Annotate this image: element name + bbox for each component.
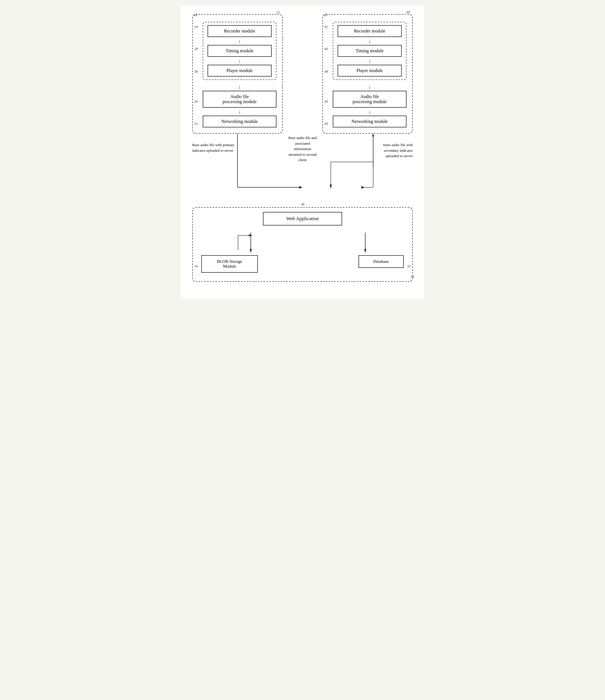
server-dashed-box: Web Application — [192, 207, 413, 282]
arrow-recorder-timing-2: ↓ — [338, 37, 402, 45]
client2-player: Player module — [338, 65, 402, 77]
client1-player: Player module — [208, 65, 272, 77]
arrow-inner-audio-1: ↓ — [203, 83, 276, 91]
ref-49: 49 — [324, 122, 328, 126]
svg-marker-16 — [364, 249, 366, 253]
top-section: 18 22 24 Recorder module ↓ — [192, 14, 413, 134]
client2-recorder-label: Recorder module — [354, 28, 385, 33]
ref-34: 34 — [194, 264, 198, 269]
client1-dashed-box: 24 Recorder module ↓ 28 Timing module ↓ — [192, 14, 283, 134]
arrow-audio-networking-2: ↓ — [333, 108, 407, 116]
ref-38: 38 — [301, 202, 305, 206]
server-bottom-row: 34 BLOB StorageModule 32 Database — [201, 255, 404, 273]
client1-recorder: Recorder module — [208, 25, 272, 37]
svg-marker-14 — [250, 249, 252, 253]
database-wrapper: 32 Database — [359, 255, 404, 273]
ref-46: 46 — [324, 47, 328, 51]
ref-28: 28 — [194, 47, 198, 51]
annotation-right-text: Stem audio file withsecondary indicatoru… — [383, 143, 413, 158]
ref-30: 30 — [194, 69, 198, 74]
client2-block: 20 40 42 Recorder module ↓ 46 — [322, 14, 413, 134]
ref-40: 40 — [406, 10, 410, 15]
ref-26: 26 — [194, 99, 198, 104]
client1-audio-label: Audio fileprocessing module — [222, 94, 257, 104]
ref-31: 31 — [194, 122, 198, 126]
client1-block: 18 22 24 Recorder module ↓ — [192, 14, 283, 134]
client2-audio: Audio fileprocessing module — [333, 91, 407, 108]
client2-networking-wrapper: 49 Networking module — [333, 116, 407, 127]
web-app-label: Web Application — [286, 216, 319, 221]
client2-inner-dashed: 42 Recorder module ↓ 46 Timing module ↓ — [333, 22, 407, 80]
middle-section: Base audio file with primary indicator u… — [192, 134, 413, 207]
arrow-timing-player-2: ↓ — [338, 57, 402, 65]
blob-box: BLOB StorageModule — [201, 255, 258, 273]
svg-marker-11 — [361, 186, 365, 189]
client2-audio-label: Audio fileprocessing module — [353, 94, 386, 104]
ref-44: 44 — [324, 99, 328, 104]
diagram-wrapper: 18 22 24 Recorder module ↓ — [192, 14, 413, 282]
client2-dashed-box: 42 Recorder module ↓ 46 Timing module ↓ — [322, 14, 413, 134]
arrow-inner-audio-2: ↓ — [333, 83, 407, 91]
database-label: Database — [373, 259, 389, 264]
client2-player-label: Player module — [357, 68, 383, 73]
arrow-timing-player-1: ↓ — [208, 57, 272, 65]
client1-inner: 24 Recorder module ↓ 28 Timing module ↓ — [203, 22, 276, 80]
client1-timing: Timing module — [208, 45, 272, 57]
ref-42: 42 — [324, 25, 328, 29]
client2-networking-label: Networking module — [352, 119, 388, 124]
web-app-box: Web Application — [263, 212, 342, 226]
blob-wrapper: 34 BLOB StorageModule — [201, 255, 258, 273]
arrow-recorder-timing-1: ↓ — [208, 37, 272, 45]
annotation-center: Base audio file andassociatedinformation… — [274, 135, 331, 163]
blob-label: BLOB StorageModule — [217, 259, 242, 269]
arrow-audio-networking-1: ↓ — [203, 108, 276, 116]
annotation-right: Stem audio file withsecondary indicatoru… — [363, 142, 413, 159]
client1-audio-wrapper: 26 Audio fileprocessing module — [203, 91, 276, 108]
diagram-container: 18 22 24 Recorder module ↓ — [181, 6, 424, 299]
client1-networking-label: Networking module — [221, 119, 258, 124]
web-app-wrapper: Web Application — [201, 212, 404, 231]
svg-marker-8 — [330, 184, 332, 189]
annotation-left: Base audio file with primary indicator u… — [192, 142, 238, 153]
client1-timing-label: Timing module — [225, 48, 253, 53]
client1-recorder-label: Recorder module — [224, 28, 255, 33]
server-internal-svg — [201, 232, 404, 255]
client2-networking: Networking module — [333, 116, 407, 127]
client2-audio-wrapper: 44 Audio fileprocessing module — [333, 91, 407, 108]
ref-48: 48 — [324, 69, 328, 74]
client1-audio: Audio fileprocessing module — [203, 91, 276, 108]
client1-networking-wrapper: 31 Networking module — [203, 116, 276, 127]
client2-timing: Timing module — [338, 45, 402, 57]
database-box: Database — [359, 255, 404, 268]
client2-recorder: Recorder module — [338, 25, 402, 37]
annotation-left-text: Base audio file with primary indicator u… — [192, 143, 234, 153]
svg-marker-12 — [372, 135, 374, 138]
annotation-center-text: Base audio file andassociatedinformation… — [288, 136, 317, 162]
client2-timing-label: Timing module — [356, 48, 384, 53]
server-section: 38 14 Web Application — [192, 207, 413, 282]
client1-player-label: Player module — [226, 68, 253, 73]
client1-networking: Networking module — [203, 116, 276, 127]
ref-22: 22 — [276, 10, 280, 15]
ref-24: 24 — [194, 25, 198, 29]
client1-inner-dashed: 24 Recorder module ↓ 28 Timing module ↓ — [203, 22, 276, 80]
ref-32: 32 — [407, 264, 411, 269]
client2-inner: 42 Recorder module ↓ 46 Timing module ↓ — [333, 22, 407, 80]
svg-marker-6 — [299, 186, 302, 189]
